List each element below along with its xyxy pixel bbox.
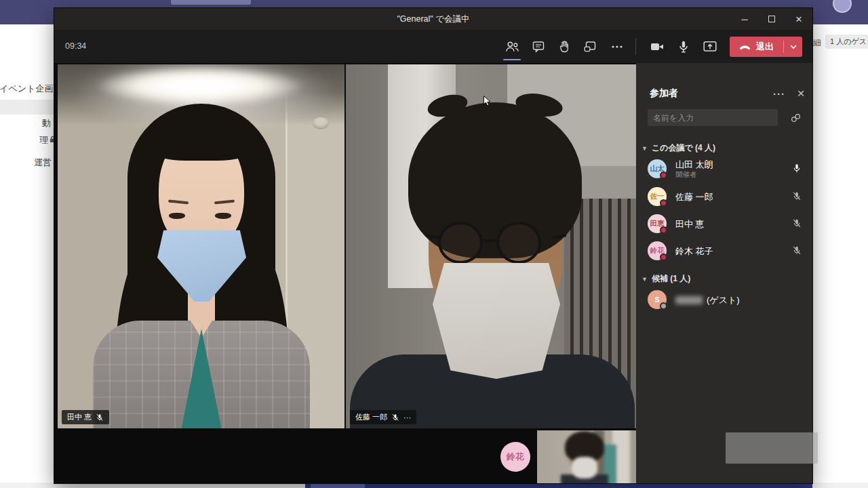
participant-row-tanaka[interactable]: 田恵 田中 恵: [636, 210, 812, 237]
meeting-timer: 09:34: [65, 41, 86, 51]
panel-close-button[interactable]: ✕: [792, 85, 810, 102]
screen: ンイベント企画 動 理 運営 細 1 人のゲスト "General" で会議中 …: [0, 0, 868, 488]
panel-more-button[interactable]: ···: [770, 85, 788, 102]
link-icon: [790, 113, 802, 123]
more-icon: [610, 40, 624, 54]
participants-icon: [505, 40, 519, 54]
guest-suffix: (ゲスト): [707, 294, 740, 306]
copy-invite-link-button[interactable]: [788, 111, 803, 125]
chevron-collapse-icon: ▼: [642, 145, 648, 152]
mouse-cursor: [483, 96, 492, 106]
name-badge-sato: 佐藤 一郎 ···: [350, 410, 416, 424]
leave-button[interactable]: 退出: [730, 37, 802, 57]
meeting-toolbar: 09:34: [54, 30, 812, 63]
channel-item-1[interactable]: 動: [42, 117, 51, 129]
toolbar-separator: [635, 39, 636, 55]
participant-name: 鈴木 花子: [675, 245, 713, 258]
channel-item-3[interactable]: 運営: [34, 157, 52, 169]
background-bottom-bar-segment: [311, 483, 365, 488]
guest-count-badge: 1 人のゲスト: [825, 35, 868, 49]
participants-panel: 参加者 ··· ✕ ▼ この会議で (4 人) 山太 山田 太朗 開催者: [636, 63, 812, 483]
breakout-rooms-icon: [583, 40, 597, 54]
video-stage: 田中 恵: [54, 63, 636, 483]
avatar-initials: 鈴花: [507, 451, 524, 463]
participant-row-yamada[interactable]: 山太 山田 太朗 開催者: [636, 155, 812, 182]
raise-hand-button[interactable]: [551, 35, 577, 58]
watermark: Attain: [726, 432, 818, 464]
participant-search-input[interactable]: [648, 109, 778, 126]
hangup-icon: [738, 43, 751, 50]
tile-name-label: 佐藤 一郎: [355, 412, 387, 422]
channel-item-2[interactable]: 理: [39, 134, 48, 146]
mic-off-icon: [391, 413, 399, 422]
background-bottom-bar: [305, 483, 812, 488]
name-badge-tanaka: 田中 恵: [62, 410, 109, 424]
background-search-bar: [171, 0, 251, 5]
tile-name-label: 田中 恵: [67, 412, 92, 422]
watermark-text: Attain: [745, 436, 799, 460]
self-view-art: [537, 430, 636, 483]
self-view-video[interactable]: [537, 430, 636, 483]
active-tab-underline: [503, 59, 521, 61]
section-in-meeting[interactable]: ▼ この会議で (4 人): [642, 142, 715, 154]
participant-role: 開催者: [675, 170, 697, 180]
tile-more-icon[interactable]: ···: [403, 413, 411, 422]
video-tile-sato[interactable]: 佐藤 一郎 ···: [346, 64, 636, 428]
chevron-down-icon: [789, 44, 797, 49]
participant-name: 山田 太朗: [675, 159, 713, 171]
chat-button[interactable]: [526, 35, 551, 58]
redacted-guest-name: [675, 296, 703, 304]
section-lobby[interactable]: ▼ 候補 (1 人): [642, 273, 690, 285]
participant-row-suzuki[interactable]: 鈴花 鈴木 花子: [636, 237, 812, 264]
more-actions-button[interactable]: [604, 35, 630, 58]
mic-off-icon[interactable]: [792, 218, 802, 228]
background-tab-partial[interactable]: 細: [813, 37, 821, 49]
mic-icon: [677, 40, 690, 54]
audio-participant-avatar[interactable]: 鈴花: [500, 442, 530, 472]
mic-on-icon[interactable]: [792, 163, 802, 174]
participant-name: 田中 恵: [675, 218, 705, 230]
mic-off-icon[interactable]: [792, 191, 802, 201]
participant-row-guest[interactable]: S (ゲスト): [636, 286, 812, 313]
presence-busy-dot: [660, 199, 667, 207]
mic-button[interactable]: [671, 35, 696, 58]
panel-title: 参加者: [650, 87, 678, 100]
meeting-titlebar[interactable]: "General" で会議中 ─ ✕: [54, 8, 812, 30]
leave-options-button[interactable]: [784, 44, 802, 49]
close-button[interactable]: ✕: [785, 8, 812, 30]
meeting-window: "General" で会議中 ─ ✕ 09:34: [54, 8, 812, 483]
mic-off-icon[interactable]: [792, 245, 802, 256]
video-tile-tanaka[interactable]: 田中 恵: [58, 64, 344, 428]
mic-off-icon: [96, 413, 104, 422]
maximize-button[interactable]: [758, 8, 785, 30]
participants-button[interactable]: [499, 35, 525, 58]
chevron-collapse-icon: ▼: [642, 276, 648, 283]
participant-name: 佐藤 一郎: [675, 191, 713, 203]
chat-icon: [532, 40, 545, 54]
leave-label: 退出: [756, 41, 774, 53]
camera-button[interactable]: [644, 35, 670, 58]
share-screen-icon: [703, 40, 717, 54]
raise-hand-icon: [557, 40, 571, 54]
minimize-button[interactable]: ─: [731, 8, 758, 30]
channel-item-highlight: [0, 100, 54, 115]
presence-busy-dot: [660, 226, 667, 234]
presence-busy-dot: [660, 171, 667, 179]
maximize-icon: [768, 16, 775, 22]
presence-offline-dot: [660, 302, 667, 310]
camera-icon: [650, 40, 665, 54]
share-screen-button[interactable]: [697, 35, 723, 58]
channel-item-event-planning[interactable]: ンイベント企画: [0, 83, 54, 95]
participant-row-sato[interactable]: 佐一 佐藤 一郎: [636, 183, 812, 210]
breakout-rooms-button[interactable]: [577, 35, 603, 58]
presence-busy-dot: [660, 253, 667, 261]
meeting-title: "General" で会議中: [54, 14, 812, 25]
